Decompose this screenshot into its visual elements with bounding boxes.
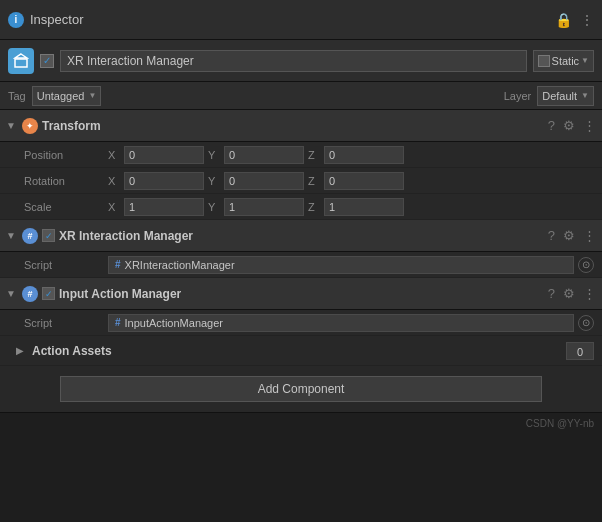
tag-value: Untagged: [37, 90, 85, 102]
tag-select[interactable]: Untagged ▼: [32, 86, 102, 106]
lock-icon[interactable]: 🔒: [555, 12, 572, 28]
rotation-row: Rotation X Y Z: [0, 168, 602, 194]
tag-chevron-icon: ▼: [88, 91, 96, 100]
scale-x-label: X: [108, 201, 120, 213]
scale-inputs: X Y Z: [108, 198, 594, 216]
iam-enabled-checkbox[interactable]: [42, 287, 55, 300]
xrim-hash-icon: #: [22, 228, 38, 244]
xrim-section-actions: ? ⚙ ⋮: [548, 228, 596, 243]
xrim-menu-icon[interactable]: ⋮: [583, 228, 596, 243]
iam-settings-icon[interactable]: ⚙: [563, 286, 575, 301]
transform-icon: ✦: [22, 118, 38, 134]
static-label: Static: [552, 55, 580, 67]
rotation-z-label: Z: [308, 175, 320, 187]
iam-collapse-arrow[interactable]: ▼: [6, 288, 18, 299]
scale-label: Scale: [24, 201, 104, 213]
tag-layer-row: Tag Untagged ▼ Layer Default ▼: [0, 82, 602, 110]
layer-chevron-icon: ▼: [581, 91, 589, 100]
position-y-input[interactable]: [224, 146, 304, 164]
scale-y-label: Y: [208, 201, 220, 213]
add-component-button[interactable]: Add Component: [60, 376, 542, 402]
rotation-inputs: X Y Z: [108, 172, 594, 190]
rotation-x-label: X: [108, 175, 120, 187]
transform-help-icon[interactable]: ?: [548, 118, 555, 133]
scale-x-input[interactable]: [124, 198, 204, 216]
object-name-input[interactable]: [60, 50, 527, 72]
position-x-input[interactable]: [124, 146, 204, 164]
xrim-script-hash-icon: #: [115, 259, 121, 270]
static-checkbox[interactable]: [538, 55, 550, 67]
tag-label: Tag: [8, 90, 26, 102]
xrim-section-header: ▼ # XR Interaction Manager ? ⚙ ⋮: [0, 220, 602, 252]
add-component-area: Add Component: [0, 366, 602, 412]
svg-rect-0: [15, 59, 27, 67]
title-bar: i Inspector 🔒 ⋮: [0, 0, 602, 40]
position-label: Position: [24, 149, 104, 161]
iam-help-icon[interactable]: ?: [548, 286, 555, 301]
iam-title: Input Action Manager: [59, 287, 544, 301]
scale-row: Scale X Y Z: [0, 194, 602, 220]
footer: CSDN @YY-nb: [0, 412, 602, 434]
rotation-y-label: Y: [208, 175, 220, 187]
xrim-script-value: # XRInteractionManager: [108, 256, 574, 274]
xrim-collapse-arrow[interactable]: ▼: [6, 230, 18, 241]
rotation-x-input[interactable]: [124, 172, 204, 190]
position-z-input[interactable]: [324, 146, 404, 164]
static-toggle[interactable]: Static ▼: [533, 50, 594, 72]
title-bar-actions: 🔒 ⋮: [555, 12, 594, 28]
xrim-script-name: XRInteractionManager: [125, 259, 235, 271]
transform-menu-icon[interactable]: ⋮: [583, 118, 596, 133]
xrim-enabled-checkbox[interactable]: [42, 229, 55, 242]
position-row: Position X Y Z: [0, 142, 602, 168]
iam-section-actions: ? ⚙ ⋮: [548, 286, 596, 301]
static-chevron: ▼: [581, 56, 589, 65]
iam-script-hash-icon: #: [115, 317, 121, 328]
iam-script-row: Script # InputActionManager ⊙: [0, 310, 602, 336]
action-assets-label: Action Assets: [32, 344, 562, 358]
position-z-label: Z: [308, 149, 320, 161]
scale-y-input[interactable]: [224, 198, 304, 216]
xrim-script-row: Script # XRInteractionManager ⊙: [0, 252, 602, 278]
object-header: Static ▼: [0, 40, 602, 82]
xrim-help-icon[interactable]: ?: [548, 228, 555, 243]
object-icon: [8, 48, 34, 74]
rotation-y-input[interactable]: [224, 172, 304, 190]
iam-script-target-btn[interactable]: ⊙: [578, 315, 594, 331]
position-x-label: X: [108, 149, 120, 161]
iam-script-name: InputActionManager: [125, 317, 223, 329]
rotation-z-input[interactable]: [324, 172, 404, 190]
transform-section-actions: ? ⚙ ⋮: [548, 118, 596, 133]
position-y-label: Y: [208, 149, 220, 161]
rotation-label: Rotation: [24, 175, 104, 187]
action-assets-arrow[interactable]: ▶: [16, 345, 28, 356]
layer-select[interactable]: Default ▼: [537, 86, 594, 106]
inspector-icon: i: [8, 12, 24, 28]
layer-label: Layer: [504, 90, 532, 102]
position-inputs: X Y Z: [108, 146, 594, 164]
menu-icon[interactable]: ⋮: [580, 12, 594, 28]
xrim-script-label: Script: [24, 259, 104, 271]
svg-marker-1: [15, 54, 27, 58]
action-assets-count: 0: [566, 342, 594, 360]
xrim-script-target-btn[interactable]: ⊙: [578, 257, 594, 273]
transform-settings-icon[interactable]: ⚙: [563, 118, 575, 133]
scale-z-label: Z: [308, 201, 320, 213]
action-assets-row: ▶ Action Assets 0: [0, 336, 602, 366]
transform-title: Transform: [42, 119, 544, 133]
object-enabled-checkbox[interactable]: [40, 54, 54, 68]
iam-section-header: ▼ # Input Action Manager ? ⚙ ⋮: [0, 278, 602, 310]
transform-collapse-arrow[interactable]: ▼: [6, 120, 18, 131]
xrim-settings-icon[interactable]: ⚙: [563, 228, 575, 243]
iam-hash-icon: #: [22, 286, 38, 302]
xrim-title: XR Interaction Manager: [59, 229, 544, 243]
iam-menu-icon[interactable]: ⋮: [583, 286, 596, 301]
scale-z-input[interactable]: [324, 198, 404, 216]
transform-section-header: ▼ ✦ Transform ? ⚙ ⋮: [0, 110, 602, 142]
layer-value: Default: [542, 90, 577, 102]
iam-script-value: # InputActionManager: [108, 314, 574, 332]
page-title: Inspector: [30, 12, 555, 27]
footer-text: CSDN @YY-nb: [526, 418, 594, 429]
iam-script-label: Script: [24, 317, 104, 329]
